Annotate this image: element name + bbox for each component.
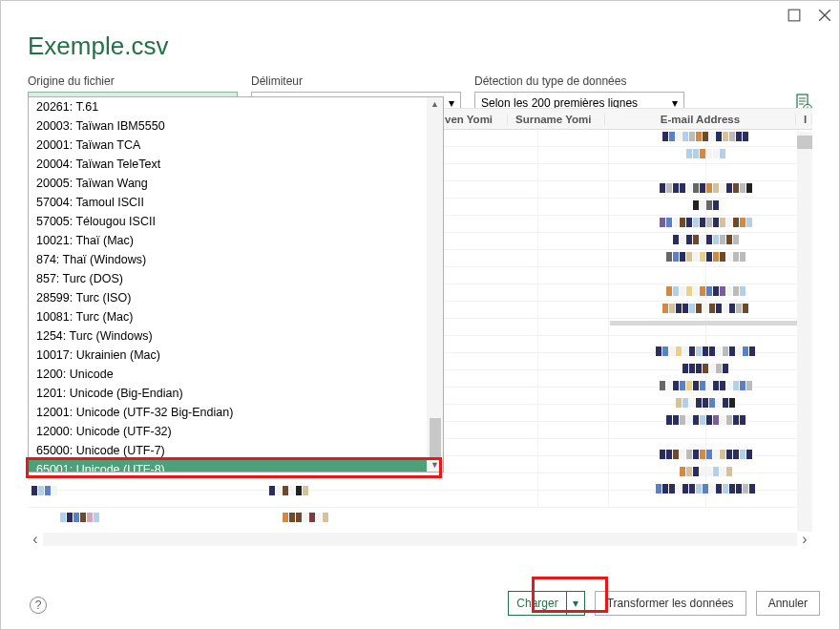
detection-label: Détection du type de données	[474, 74, 684, 88]
dropdown-item[interactable]: 28599: Turc (ISO)	[29, 288, 443, 307]
load-button-caret[interactable]: ▾	[566, 592, 584, 615]
close-icon[interactable]	[818, 9, 831, 22]
scroll-up-icon[interactable]: ▲	[430, 99, 439, 109]
col-header-i[interactable]: I	[796, 114, 812, 125]
maximize-icon[interactable]	[788, 9, 801, 22]
scroll-left-icon[interactable]: ‹	[28, 533, 43, 546]
delimiter-label: Délimiteur	[251, 74, 461, 88]
dropdown-item[interactable]: 1200: Unicode	[29, 365, 443, 384]
dropdown-item[interactable]: 20003: Taïwan IBM5550	[29, 116, 443, 136]
cancel-button[interactable]: Annuler	[756, 591, 820, 616]
censored-area	[32, 486, 375, 534]
transform-button[interactable]: Transformer les données	[595, 591, 746, 616]
dropdown-item[interactable]: 20261: T.61	[29, 97, 443, 116]
origin-dropdown[interactable]: 20261: T.6120003: Taïwan IBM555020001: T…	[28, 96, 444, 472]
dropdown-item[interactable]: 57004: Tamoul ISCII	[29, 193, 443, 212]
dropdown-item[interactable]: 10081: Turc (Mac)	[29, 307, 443, 326]
dropdown-item[interactable]: 10017: Ukrainien (Mac)	[29, 346, 443, 365]
dropdown-item[interactable]: 1201: Unicode (Big-Endian)	[29, 384, 443, 403]
dropdown-item[interactable]: 12000: Unicode (UTF-32)	[29, 422, 443, 441]
email-column-preview	[610, 132, 801, 533]
load-button-label: Charger	[509, 597, 565, 610]
dropdown-item[interactable]: 1254: Turc (Windows)	[29, 326, 443, 346]
dropdown-item[interactable]: 20001: Taïwan TCA	[29, 136, 443, 155]
col-header-email[interactable]: E-mail Address	[605, 114, 796, 125]
dropdown-item[interactable]: 65001: Unicode (UTF-8)	[29, 460, 443, 472]
dropdown-item[interactable]: 12001: Unicode (UTF-32 Big-Endian)	[29, 403, 443, 422]
svg-rect-0	[788, 10, 800, 21]
dropdown-item[interactable]: 874: Thaï (Windows)	[29, 250, 443, 269]
dropdown-item[interactable]: 57005: Télougou ISCII	[29, 212, 443, 231]
vertical-scrollbar[interactable]	[797, 132, 812, 532]
dropdown-item[interactable]: 10021: Thaï (Mac)	[29, 231, 443, 250]
origin-label: Origine du fichier	[28, 74, 238, 88]
horizontal-scrollbar[interactable]	[43, 533, 797, 546]
col-header-surname[interactable]: Surname Yomi	[508, 114, 605, 125]
load-button[interactable]: Charger ▾	[508, 591, 584, 616]
scroll-down-icon[interactable]: ▼	[430, 460, 439, 470]
scroll-right-icon[interactable]: ›	[797, 533, 812, 546]
dropdown-item[interactable]: 20004: Taïwan TeleText	[29, 155, 443, 174]
col-header-yomi[interactable]: ven Yomi	[437, 114, 508, 125]
dropdown-item[interactable]: 65000: Unicode (UTF-7)	[29, 441, 443, 460]
dropdown-item[interactable]: 857: Turc (DOS)	[29, 269, 443, 288]
filename-heading: Exemple.csv	[28, 32, 812, 61]
dropdown-scrollbar[interactable]: ▲ ▼	[427, 97, 443, 472]
dropdown-item[interactable]: 20005: Taïwan Wang	[29, 174, 443, 193]
help-icon[interactable]: ?	[30, 597, 47, 614]
